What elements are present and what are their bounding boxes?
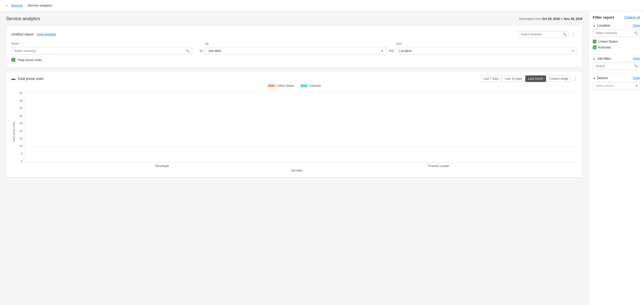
filter-section-job-titles: ▲ Job titles Clear 🔍	[593, 57, 640, 70]
report-more-button[interactable]: ⋮	[571, 32, 577, 37]
by-group: by Job titles ▼	[205, 42, 386, 55]
by-select[interactable]: Job titles	[205, 47, 386, 55]
y-tick: 15	[19, 137, 22, 140]
legend-item-au: Australia	[301, 84, 321, 88]
job-titles-chevron-icon[interactable]: ▲	[593, 57, 596, 60]
report-title-row: Untitled report Save template	[11, 32, 56, 36]
countries-input-wrap: 🔍	[593, 30, 640, 37]
location-section-header: ▲ Location Clear	[593, 23, 640, 27]
x-labels: Developer Process Leader	[16, 163, 577, 168]
event-input-wrap: 🔍	[11, 47, 192, 55]
and-group: and Location ▼	[396, 42, 577, 55]
filter-section-device: ▲ Device Clear Select device ▼	[593, 76, 640, 90]
chart-title: Total portal visits	[17, 77, 43, 81]
filter-section-location: ▲ Location Clear 🔍 ✓ United States ✓ Aus…	[593, 23, 640, 50]
sidebar-title: Filter report	[593, 15, 614, 19]
y-tick: 30	[19, 114, 22, 117]
and-label: and	[396, 42, 577, 45]
legend-label-au: Australia	[309, 84, 321, 88]
legend-label-us: United States	[276, 84, 294, 88]
x-label-developer: Developer	[24, 164, 301, 168]
job-titles-clear-button[interactable]: Clear	[633, 57, 640, 60]
date-info-prefix: Information from	[519, 17, 541, 21]
date-end: Nov 29, 2018	[564, 17, 582, 21]
report-header: Untitled report Save template 🔍 ⋮	[11, 31, 577, 38]
location-section-name: Location	[597, 23, 610, 27]
collapse-all-button[interactable]: Collapse all	[624, 16, 640, 19]
and-select[interactable]: Location	[396, 47, 577, 55]
legend-item-us: United States	[268, 84, 294, 88]
country-item-us: ✓ United States	[593, 39, 640, 44]
top-nav: ← Reports › Service analytics	[0, 0, 644, 11]
chart-more-button[interactable]: ⋮	[573, 76, 577, 81]
job-titles-search-icon: 🔍	[634, 64, 638, 68]
y-ticks: 45 40 35 30 25 20 15 10 5 0	[16, 92, 24, 163]
location-chevron-icon[interactable]: ▲	[593, 24, 596, 27]
by-select-wrap: Job titles ▼	[205, 47, 386, 55]
back-button[interactable]: ←	[5, 3, 9, 8]
divider-1	[593, 54, 640, 54]
device-select[interactable]: Select device	[593, 82, 640, 90]
page-title: Service analytics	[6, 16, 40, 21]
location-clear-button[interactable]: Clear	[633, 24, 640, 27]
x-axis-title: Job titles	[16, 169, 577, 172]
country-checkbox-au[interactable]: ✓	[593, 45, 597, 49]
last-month-button[interactable]: Last month	[525, 75, 546, 82]
y-tick: 0	[21, 160, 22, 163]
bars-area	[24, 92, 577, 163]
country-checkbox-us[interactable]: ✓	[593, 40, 597, 43]
country-name-us: United States	[598, 40, 618, 43]
breadcrumb-current: Service analytics	[28, 4, 53, 7]
template-input[interactable]	[518, 31, 568, 38]
date-info: Information from Oct 29, 2018 to Nov 29,…	[519, 17, 582, 21]
device-section-header: ▲ Device Clear	[593, 76, 640, 80]
event-input[interactable]	[11, 47, 192, 55]
device-section-name: Device	[597, 76, 608, 80]
chart-inner: 45 40 35 30 25 20 15 10 5 0	[16, 92, 577, 172]
chart-bar-icon: ▬	[11, 76, 15, 81]
chart-card: ▬ Total portal visits Last 7 days Last 1…	[6, 71, 582, 178]
breadcrumb-reports[interactable]: Reports	[11, 4, 23, 7]
divider-2	[593, 74, 640, 74]
y-tick: 25	[19, 122, 22, 125]
last-15-days-button[interactable]: Last 15 days	[502, 75, 525, 82]
legend-color-au	[301, 84, 308, 87]
breadcrumb-separator: ›	[25, 4, 26, 7]
page-header: Service analytics Information from Oct 2…	[6, 16, 582, 21]
country-item-au: ✓ Australia	[593, 44, 640, 50]
template-input-wrap: 🔍	[518, 31, 568, 38]
total-portal-checkbox[interactable]: ✓	[11, 58, 15, 62]
date-to: to	[561, 17, 563, 21]
chart-area: Total portal visits 45 40 35 30 25 20 15…	[11, 92, 577, 172]
last-7-days-button[interactable]: Last 7 days	[481, 75, 502, 82]
device-clear-button[interactable]: Clear	[633, 76, 640, 80]
legend-color-us	[268, 84, 275, 87]
event-search-icon: 🔍	[186, 49, 190, 53]
y-axis-label-wrap: Total portal visits	[11, 92, 16, 172]
chart-title-row: ▬ Total portal visits	[11, 76, 43, 81]
device-chevron-icon[interactable]: ▲	[593, 76, 596, 79]
date-start: Oct 29, 2018	[542, 17, 560, 21]
save-template-button[interactable]: Save template	[37, 33, 56, 36]
job-titles-search-wrap: 🔍	[593, 63, 640, 70]
job-titles-search-input[interactable]	[593, 63, 640, 70]
job-titles-section-header: ▲ Job titles Clear	[593, 57, 640, 61]
custom-range-button[interactable]: Custom range	[547, 75, 571, 82]
main-layout: Service analytics Information from Oct 2…	[0, 11, 644, 305]
device-select-wrap: Select device ▼	[593, 82, 640, 90]
filter-row: Show 🔍 by by Job titles ▼	[11, 42, 577, 55]
sidebar: Filter report Collapse all ▲ Location Cl…	[588, 11, 644, 305]
template-select-area: 🔍 ⋮	[518, 31, 577, 38]
chart-legend: United States Australia	[11, 84, 577, 88]
y-tick: 10	[19, 145, 22, 148]
chart-header: ▬ Total portal visits Last 7 days Last 1…	[11, 75, 577, 82]
time-buttons: Last 7 days Last 15 days Last month Cust…	[481, 75, 577, 82]
chart-plot: 45 40 35 30 25 20 15 10 5 0	[16, 92, 577, 163]
and-separator: and	[386, 42, 396, 52]
bars-container	[24, 92, 577, 162]
countries-input[interactable]	[593, 30, 640, 37]
x-label-process-leader: Process Leader	[301, 164, 577, 168]
content-area: Service analytics Information from Oct 2…	[0, 11, 588, 305]
show-label: Show	[11, 42, 192, 45]
y-tick: 20	[19, 129, 22, 132]
